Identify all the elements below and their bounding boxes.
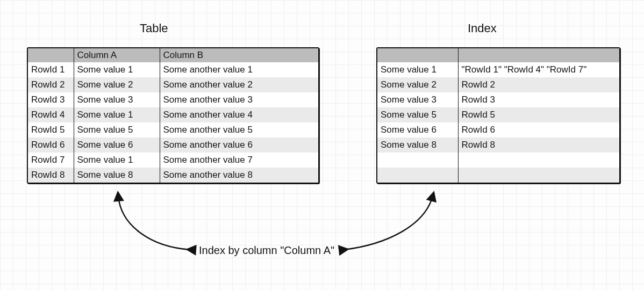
row-id: RowId 7	[28, 153, 74, 168]
row-id: RowId 4	[28, 107, 74, 122]
index-row: Some value 3RowId 3	[377, 92, 619, 107]
index-val: RowId 3	[458, 92, 619, 107]
row-id: RowId 3	[28, 92, 74, 107]
index-row: Some value 8RowId 8	[377, 137, 619, 153]
cell-col-b: Some another value 8	[160, 168, 318, 183]
index-val: RowId 2	[458, 77, 619, 92]
table-row: RowId 1Some value 1Some another value 1	[28, 62, 318, 77]
index-panel: Some value 1"RowId 1" "RowId 4" "RowId 7…	[376, 47, 620, 184]
index-row: Some value 1"RowId 1" "RowId 4" "RowId 7…	[377, 62, 619, 77]
cell-col-a: Some value 1	[74, 107, 160, 122]
table-row: RowId 7Some value 1Some another value 7	[28, 153, 318, 168]
index-val: RowId 5	[458, 107, 619, 122]
cell-col-b: Some another value 3	[160, 92, 318, 107]
data-table: Column A Column B RowId 1Some value 1Som…	[28, 48, 318, 183]
table-row: RowId 5Some value 5Some another value 5	[28, 122, 318, 137]
table-title: Table	[140, 21, 168, 35]
cell-col-a: Some value 1	[74, 153, 160, 168]
index-val	[458, 153, 619, 168]
cell-col-a: Some value 5	[74, 122, 160, 137]
row-id: RowId 5	[28, 122, 74, 137]
index-row	[377, 153, 619, 168]
cell-col-b: Some another value 5	[160, 122, 318, 137]
index-key	[377, 168, 458, 183]
index-key: Some value 3	[377, 92, 458, 107]
cell-col-a: Some value 6	[74, 137, 160, 153]
row-id: RowId 1	[28, 62, 74, 77]
cell-col-b: Some another value 4	[160, 107, 318, 122]
table-row: RowId 2Some value 2Some another value 2	[28, 77, 318, 92]
table-row: RowId 3Some value 3Some another value 3	[28, 92, 318, 107]
index-val	[458, 168, 619, 183]
table-row: RowId 4Some value 1Some another value 4	[28, 107, 318, 122]
index-table: Some value 1"RowId 1" "RowId 4" "RowId 7…	[377, 48, 619, 183]
table-row: RowId 8Some value 8Some another value 8	[28, 168, 318, 183]
index-key	[377, 153, 458, 168]
table-row: RowId 6Some value 6Some another value 6	[28, 137, 318, 153]
table-header-row: Column A Column B	[28, 48, 318, 62]
index-row: Some value 6RowId 6	[377, 122, 619, 137]
index-key: Some value 5	[377, 107, 458, 122]
table-header-empty	[28, 48, 74, 62]
index-header-row	[377, 48, 619, 62]
cell-col-a: Some value 2	[74, 77, 160, 92]
table-panel: Column A Column B RowId 1Some value 1Som…	[27, 47, 319, 184]
cell-col-a: Some value 3	[74, 92, 160, 107]
table-header-col-b: Column B	[160, 48, 318, 62]
index-key: Some value 1	[377, 62, 458, 77]
cell-col-a: Some value 8	[74, 168, 160, 183]
index-header-empty-2	[458, 48, 619, 62]
cell-col-b: Some another value 6	[160, 137, 318, 153]
index-val: RowId 6	[458, 122, 619, 137]
cell-col-b: Some another value 7	[160, 153, 318, 168]
index-val: RowId 8	[458, 137, 619, 153]
index-row	[377, 168, 619, 183]
index-key: Some value 8	[377, 137, 458, 153]
diagram-stage: Table Index Column A Column B RowId 1Som…	[0, 0, 644, 290]
index-row: Some value 5RowId 5	[377, 107, 619, 122]
cell-col-b: Some another value 1	[160, 62, 318, 77]
index-key: Some value 6	[377, 122, 458, 137]
index-key: Some value 2	[377, 77, 458, 92]
index-caption: Index by column "Column A"	[199, 244, 334, 257]
row-id: RowId 2	[28, 77, 74, 92]
row-id: RowId 6	[28, 137, 74, 153]
index-row: Some value 2RowId 2	[377, 77, 619, 92]
index-val: "RowId 1" "RowId 4" "RowId 7"	[458, 62, 619, 77]
table-header-col-a: Column A	[74, 48, 160, 62]
index-header-empty-1	[377, 48, 458, 62]
cell-col-a: Some value 1	[74, 62, 160, 77]
row-id: RowId 8	[28, 168, 74, 183]
index-title: Index	[468, 21, 497, 35]
cell-col-b: Some another value 2	[160, 77, 318, 92]
